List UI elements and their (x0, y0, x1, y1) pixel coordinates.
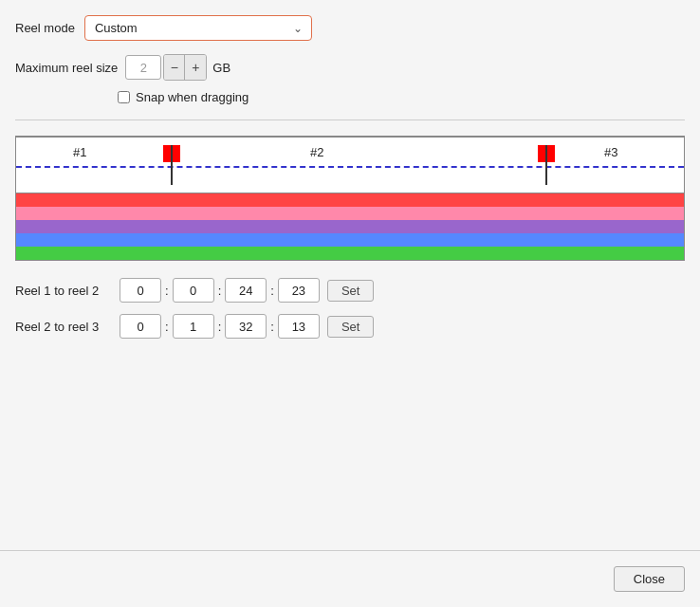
max-reel-size-label: Maximum reel size (15, 61, 118, 75)
divider (15, 120, 685, 120)
stepper-plus-button[interactable]: + (185, 55, 206, 80)
footer: Close (0, 550, 700, 607)
timecode-row-1: Reel 1 to reel 2 : : : Set (15, 278, 685, 303)
tc2-s[interactable] (225, 314, 267, 339)
bar-purple (16, 220, 684, 233)
dashed-timeline-line (16, 166, 684, 168)
tc1-m[interactable] (173, 278, 214, 303)
tc2-f[interactable] (278, 314, 320, 339)
snap-row: Snap when dragging (118, 90, 685, 104)
color-bars (16, 193, 684, 260)
timecode-label-2: Reel 2 to reel 3 (15, 320, 120, 334)
reel-mode-label: Reel mode (15, 21, 75, 35)
flag-pole-2 (545, 145, 547, 185)
timecode-section: Reel 1 to reel 2 : : : Set Reel 2 to ree… (15, 278, 685, 350)
set-button-1[interactable]: Set (327, 280, 375, 302)
timecode-row-2: Reel 2 to reel 3 : : : Set (15, 314, 685, 339)
max-reel-size-row: Maximum reel size − + GB (15, 54, 685, 81)
set-button-2[interactable]: Set (327, 316, 375, 338)
reel-mode-row: Reel mode Custom Fixed Auto ⌄ (15, 15, 685, 41)
bar-green (16, 247, 684, 260)
timeline-track: #1 #2 #3 (16, 137, 684, 193)
timecode-label-1: Reel 1 to reel 2 (15, 284, 120, 298)
reel-size-stepper: − + (163, 54, 207, 81)
tc2-m[interactable] (173, 314, 214, 339)
tc2-h[interactable] (120, 314, 161, 339)
reel2-label: #2 (310, 145, 323, 159)
bar-blue (16, 233, 684, 247)
reel-mode-select-wrapper[interactable]: Custom Fixed Auto ⌄ (84, 15, 312, 41)
bar-red (16, 193, 684, 207)
timeline-area: #1 #2 #3 (15, 136, 685, 261)
reel1-label: #1 (73, 145, 86, 159)
reel-mode-select[interactable]: Custom Fixed Auto (84, 15, 312, 41)
flag-pole-1 (171, 145, 173, 185)
max-reel-size-input[interactable] (125, 55, 161, 80)
snap-checkbox[interactable] (118, 91, 130, 103)
bar-pink (16, 207, 684, 220)
stepper-minus-button[interactable]: − (164, 55, 185, 80)
snap-label: Snap when dragging (136, 90, 249, 104)
reel3-label: #3 (604, 145, 617, 159)
unit-label: GB (212, 61, 230, 75)
tc1-h[interactable] (120, 278, 161, 303)
tc1-s[interactable] (225, 278, 267, 303)
tc1-f[interactable] (278, 278, 320, 303)
close-button[interactable]: Close (614, 566, 685, 592)
